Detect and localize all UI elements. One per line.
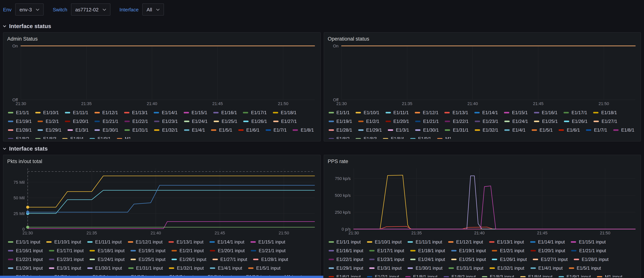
legend-item[interactable]: E1/15/1 (184, 108, 207, 116)
legend-item[interactable]: E1/10/1 (35, 108, 59, 116)
legend-item[interactable]: E1/8/4 input (520, 273, 552, 277)
legend-item[interactable]: E1/8/2 (328, 135, 350, 139)
legend-item[interactable]: E1/29/1 (38, 126, 62, 134)
legend-item[interactable]: E1/11/1 (65, 108, 88, 116)
legend-item[interactable]: E1/20/1 (65, 117, 88, 125)
legend-item[interactable]: E1/32/1 (474, 126, 498, 134)
legend-item[interactable]: E1/6/1 (238, 126, 260, 134)
legend-item[interactable]: E1/23/1 input (49, 255, 84, 263)
legend-item[interactable]: E1/3/1 (388, 126, 409, 134)
legend-item[interactable]: M1 input (597, 273, 622, 277)
legend-item[interactable]: E1/7/1 (266, 126, 286, 134)
legend-item[interactable]: E1/21/1 (95, 117, 118, 125)
legend-item[interactable]: E1/20/1 (386, 117, 409, 125)
legend-item[interactable]: E1/30/1 (415, 126, 439, 134)
legend-item[interactable]: M1 (117, 135, 131, 139)
legend-item[interactable]: E1/13/1 input (489, 238, 524, 246)
legend-item[interactable]: E1/27/1 (273, 117, 297, 125)
legend-item[interactable]: E1/12/1 input (128, 238, 162, 246)
legend-item[interactable]: E1/3/1 input (49, 264, 81, 272)
legend-item[interactable]: E1/19/1 (328, 117, 352, 125)
legend-item[interactable]: E1/1/1 (8, 108, 29, 116)
legend-item[interactable]: E1/8/1 (613, 126, 634, 134)
legend-item[interactable]: E1/22/1 input (8, 255, 43, 263)
legend-item[interactable]: E1/4/1 (504, 126, 526, 134)
legend-item[interactable]: E1/32/1 (154, 126, 178, 134)
row-header-interface-status[interactable]: Interface status (0, 19, 644, 32)
legend-item[interactable]: E1/31/1 input (128, 264, 163, 272)
legend-item[interactable]: E1/5/1 input (569, 264, 601, 272)
legend-item[interactable]: E1/30/1 (95, 126, 118, 134)
legend-item[interactable]: E1/19/1 (8, 117, 32, 125)
legend-item[interactable]: E1/1/1 (328, 108, 350, 116)
legend-item[interactable]: E1/8/2 input (444, 273, 476, 277)
legend-item[interactable]: E1/23/1 (474, 117, 498, 125)
legend-item[interactable]: E1/26/1 (244, 117, 267, 125)
legend-item[interactable]: E1/9/1 (90, 135, 110, 139)
admin-status-chart[interactable]: 21:3021:3521:4021:4521:50OffOn (7, 44, 317, 107)
legend-item[interactable]: E1/26/1 input (492, 255, 527, 263)
legend-item[interactable]: E1/23/1 (154, 117, 178, 125)
legend-item[interactable]: E1/12/1 input (448, 238, 483, 246)
legend-item[interactable]: E1/27/1 input (212, 255, 247, 263)
legend-item[interactable]: E1/22/1 input (328, 255, 363, 263)
legend-item[interactable]: E1/26/1 input (172, 255, 206, 263)
legend-item[interactable]: E1/20/1 input (530, 247, 565, 255)
legend-item[interactable]: E1/3/1 input (369, 264, 402, 272)
legend-item[interactable]: E1/6/1 input (328, 273, 361, 277)
variable-label-switch[interactable]: Switch (53, 7, 67, 12)
legend-item[interactable]: E1/6/1 (559, 126, 580, 134)
panel-title[interactable]: Operational status (328, 35, 637, 43)
legend-item[interactable]: E1/8/4 (383, 135, 404, 139)
legend-item[interactable]: E1/29/1 input (8, 264, 43, 272)
legend-item[interactable]: E1/32/1 input (490, 264, 524, 272)
legend-item[interactable]: E1/17/1 input (369, 247, 404, 255)
legend-item[interactable]: E1/8/3 (35, 135, 56, 139)
legend-item[interactable]: E1/17/1 (564, 108, 587, 116)
variable-select-interface[interactable]: All (142, 3, 164, 15)
legend-item[interactable]: E1/25/1 (534, 117, 558, 125)
legend-item[interactable]: E1/12/1 (415, 108, 438, 116)
legend-item[interactable]: E1/15/1 (504, 108, 528, 116)
legend-item[interactable]: E1/8/3 (356, 135, 377, 139)
legend-item[interactable]: E1/28/1 input (574, 255, 608, 263)
legend-item[interactable]: E1/8/3 input (482, 273, 514, 277)
legend-item[interactable]: E1/24/1 (184, 117, 208, 125)
pps-rate-chart[interactable]: 21:3021:3521:4021:4521:500 p/s250 kp/s50… (328, 166, 637, 237)
legend-item[interactable]: E1/16/1 input (8, 247, 43, 255)
legend-item[interactable]: E1/31/1 (124, 126, 148, 134)
legend-item[interactable]: E1/10/1 input (46, 238, 81, 246)
legend-item[interactable]: E1/7/1 input (367, 273, 399, 277)
legend-item[interactable]: E1/28/1 (8, 126, 32, 134)
legend-item[interactable]: E1/17/1 input (49, 247, 84, 255)
legend-item[interactable]: E1/21/1 input (251, 247, 286, 255)
legend-item[interactable]: E1/27/1 input (533, 255, 568, 263)
legend-item[interactable]: E1/13/1 input (169, 238, 204, 246)
legend-item[interactable]: E1/18/1 input (90, 247, 124, 255)
legend-item[interactable]: E1/31/1 input (448, 264, 483, 272)
legend-item[interactable]: E1/30/1 input (87, 264, 122, 272)
legend-item[interactable]: E1/21/1 input (571, 247, 606, 255)
legend-item[interactable]: E1/12/1 (94, 108, 118, 116)
panel-title[interactable]: Admin Status (7, 35, 316, 43)
legend-item[interactable]: E1/10/1 input (367, 238, 402, 246)
legend-item[interactable]: E1/11/1 input (87, 238, 122, 246)
legend-item[interactable]: E1/3/1 (68, 126, 88, 134)
legend-item[interactable]: E1/23/1 input (369, 255, 404, 263)
legend-item[interactable]: E1/14/1 input (530, 238, 565, 246)
legend-item[interactable]: E1/1/1 input (328, 238, 361, 246)
legend-item[interactable]: E1/2/1 (38, 117, 59, 125)
legend-item[interactable]: E1/13/1 (444, 108, 468, 116)
row-header-interface-stats[interactable]: Interface stats (0, 141, 644, 155)
legend-item[interactable]: E1/2/1 (358, 117, 379, 125)
pkts-in-out-chart[interactable]: 21:3021:3521:4021:4521:50025 Mil50 Mil75… (7, 166, 317, 237)
legend-item[interactable]: E1/2/1 input (172, 247, 204, 255)
legend-item[interactable]: E1/18/1 (273, 108, 296, 116)
legend-item[interactable]: E1/15/1 input (250, 238, 285, 246)
legend-item[interactable]: E1/14/1 input (210, 238, 244, 246)
legend-item[interactable]: E1/20/1 input (210, 247, 244, 255)
legend-item[interactable]: E1/5/1 input (248, 264, 280, 272)
panel-title[interactable]: Pkts in/out total (7, 158, 316, 165)
legend-item[interactable]: E1/4/1 input (530, 264, 562, 272)
legend-item[interactable]: E1/9/1 (410, 135, 431, 139)
